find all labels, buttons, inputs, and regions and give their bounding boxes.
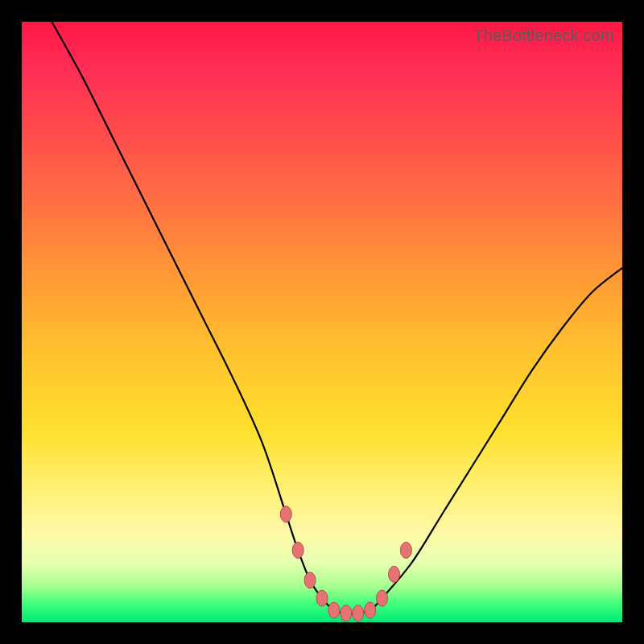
curve-line xyxy=(52,22,622,613)
curve-marker xyxy=(341,605,352,621)
curve-marker xyxy=(377,590,388,606)
curve-marker xyxy=(400,542,411,558)
curve-marker xyxy=(280,506,291,522)
curve-marker xyxy=(389,566,400,582)
curve-marker xyxy=(316,590,328,606)
curve-marker xyxy=(328,602,340,618)
plot-area: TheBottleneck.com xyxy=(22,22,622,622)
curve-marker xyxy=(292,542,303,558)
chart-frame: TheBottleneck.com xyxy=(0,0,644,644)
curve-marker xyxy=(353,605,364,621)
curve-marker xyxy=(304,572,316,588)
bottleneck-curve xyxy=(22,22,622,622)
curve-markers xyxy=(280,506,411,621)
curve-marker xyxy=(365,602,376,618)
watermark-text: TheBottleneck.com xyxy=(473,27,614,45)
